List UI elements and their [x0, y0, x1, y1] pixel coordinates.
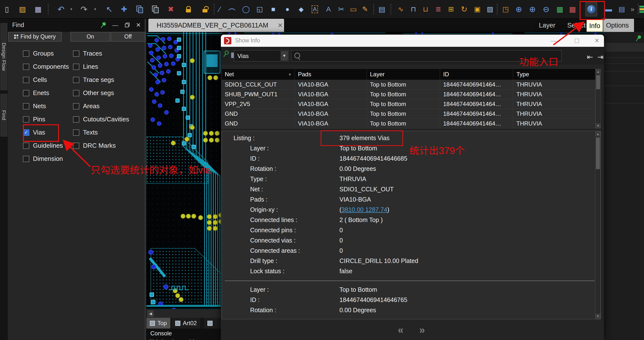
- shape-red-icon[interactable]: ▩: [569, 5, 576, 13]
- checkbox-row-trace-segs[interactable]: Trace segs: [73, 76, 114, 84]
- shape-frame-icon[interactable]: ▭: [350, 5, 357, 13]
- table-cell[interactable]: Top to Bottom: [367, 89, 440, 99]
- route-curve-icon[interactable]: ∿: [398, 6, 404, 13]
- find-by-query-button[interactable]: Find by Query: [8, 32, 62, 41]
- checkbox-row-groups[interactable]: Groups: [23, 50, 54, 57]
- table-cell[interactable]: SHUB_PWM_OUT1: [222, 89, 295, 99]
- checkbox-unchecked[interactable]: [73, 64, 79, 70]
- pad-icon[interactable]: ▣: [474, 6, 480, 13]
- layer-tab-art02[interactable]: Art02: [172, 318, 200, 329]
- checkbox-unchecked[interactable]: [73, 77, 79, 83]
- table-cell[interactable]: VIA10-BGA: [295, 119, 367, 129]
- minimize-icon[interactable]: —: [548, 37, 558, 44]
- hatch-shape-icon[interactable]: ▨: [487, 6, 493, 13]
- measure-icon[interactable]: ✎: [362, 6, 368, 13]
- next-page-button[interactable]: »: [419, 324, 425, 336]
- checkbox-unchecked[interactable]: [73, 116, 79, 123]
- close-icon[interactable]: ✕: [135, 22, 142, 28]
- checkbox-row-lines[interactable]: Lines: [73, 63, 98, 70]
- checkbox-unchecked[interactable]: [23, 50, 29, 57]
- dialog-titlebar[interactable]: Show Info — □ ✕: [221, 35, 604, 47]
- new-file-icon[interactable]: ▯: [5, 5, 9, 13]
- prev-page-button[interactable]: «: [398, 324, 404, 336]
- go-first-icon[interactable]: ⇤: [587, 53, 593, 61]
- scrollbar-thumb[interactable]: [596, 138, 600, 169]
- crop-view-icon[interactable]: ◳: [502, 6, 509, 13]
- add-rectangle-icon[interactable]: ■: [271, 6, 276, 13]
- console-panel[interactable]: Console Pick the element(s) to: [146, 329, 221, 340]
- redo-menu-icon[interactable]: ▾: [94, 7, 96, 11]
- tab-layer[interactable]: Layer: [534, 19, 561, 32]
- table-cell[interactable]: 1844674406941464…: [440, 99, 513, 109]
- scroll-up-icon[interactable]: ▲: [596, 69, 600, 74]
- column-header-net[interactable]: Net▼: [222, 69, 295, 80]
- table-cell[interactable]: 1844674406941464…: [440, 119, 513, 129]
- table-cell[interactable]: 1844674406941464…: [440, 109, 513, 119]
- table-cell[interactable]: VIA10-BGA: [295, 99, 367, 109]
- checkbox-row-cutouts-cavities[interactable]: Cutouts/Cavities: [73, 116, 129, 123]
- route-u-icon[interactable]: ⊓: [411, 6, 416, 13]
- column-header-pads[interactable]: Pads: [295, 69, 367, 80]
- layer-tab-partial[interactable]: [204, 318, 221, 329]
- close-tab-icon[interactable]: ✕: [278, 22, 283, 29]
- redo-icon[interactable]: ↷: [80, 5, 88, 13]
- report-icon[interactable]: ▤: [618, 6, 625, 13]
- add-arc-icon[interactable]: (: [231, 5, 234, 13]
- grid-array-icon[interactable]: ⊞: [448, 6, 454, 13]
- vertical-scrollbar[interactable]: ▲▼: [596, 69, 601, 129]
- pin-icon[interactable]: [635, 35, 642, 43]
- copy-icon[interactable]: [136, 5, 143, 13]
- table-cell[interactable]: Top to Bottom: [367, 99, 440, 109]
- checkbox-unchecked[interactable]: [73, 129, 79, 136]
- zoom-out-icon[interactable]: ⊖: [543, 5, 550, 13]
- checkbox-row-components[interactable]: Components: [23, 63, 69, 70]
- column-header-layer[interactable]: Layer: [367, 69, 440, 80]
- on-button[interactable]: On: [70, 32, 110, 41]
- go-last-icon[interactable]: ⇥: [598, 53, 604, 61]
- undo-icon[interactable]: ↶: [58, 5, 65, 13]
- add-text-icon[interactable]: A: [326, 6, 331, 13]
- checkbox-row-areas[interactable]: Areas: [73, 102, 100, 110]
- layers-icon[interactable]: [639, 5, 644, 13]
- table-cell[interactable]: 1844674406941464…: [440, 89, 513, 99]
- add-circle-icon[interactable]: ◯: [242, 6, 250, 13]
- close-icon[interactable]: ✕: [592, 37, 602, 44]
- table-cell[interactable]: 1844674406941464…: [440, 80, 513, 89]
- checkbox-row-drc-marks[interactable]: DRC Marks: [73, 142, 116, 149]
- table-cell[interactable]: Top to Bottom: [367, 80, 440, 89]
- lock-icon[interactable]: [186, 6, 191, 12]
- scroll-left-icon[interactable]: ◀: [148, 310, 154, 317]
- tab-options[interactable]: Options: [601, 19, 634, 32]
- find-panel-titlebar[interactable]: Find — ✕: [8, 18, 145, 32]
- ruler-icon[interactable]: ▬: [605, 6, 612, 13]
- scroll-down-icon[interactable]: ▼: [596, 314, 600, 319]
- table-cell[interactable]: VIA10-BGA: [295, 80, 367, 89]
- table-cell[interactable]: Top to Bottom: [367, 109, 440, 119]
- tab-document[interactable]: HI3559ADMEB_VER_C_PCB0611AM ✕: [148, 19, 284, 32]
- table-cell[interactable]: THRUVIA: [513, 89, 596, 99]
- more-tools-icon[interactable]: »: [630, 6, 634, 13]
- unlock-icon[interactable]: [202, 6, 208, 12]
- checkbox-row-dimension[interactable]: Dimension: [23, 155, 63, 163]
- ratsnest-icon[interactable]: ≣: [435, 6, 441, 13]
- pointer-icon[interactable]: ↖: [106, 5, 113, 13]
- checkbox-row-guidelines[interactable]: Guidelines: [23, 142, 63, 149]
- vertical-scrollbar[interactable]: ▲▼: [595, 131, 600, 319]
- delete-icon[interactable]: ✖: [168, 5, 174, 13]
- table-cell[interactable]: Top to Bottom: [367, 119, 440, 129]
- checkbox-unchecked[interactable]: [73, 103, 79, 109]
- checkbox-row-cells[interactable]: Cells: [23, 76, 47, 84]
- scrollbar-thumb[interactable]: [596, 75, 600, 89]
- undo-menu-icon[interactable]: ▾: [70, 7, 72, 11]
- table-cell[interactable]: THRUVIA: [513, 119, 596, 129]
- save-icon[interactable]: ▦: [35, 5, 42, 13]
- scroll-down-icon[interactable]: ▼: [596, 123, 600, 128]
- table-cell[interactable]: THRUVIA: [513, 109, 596, 119]
- table-cell[interactable]: GND: [222, 119, 295, 129]
- checkbox-unchecked[interactable]: [73, 90, 79, 96]
- minimize-icon[interactable]: —: [112, 22, 119, 28]
- text-frame-icon[interactable]: A: [312, 5, 318, 13]
- pin-icon[interactable]: [100, 22, 106, 29]
- pin-icon[interactable]: [223, 50, 229, 58]
- cut-icon[interactable]: ✂: [338, 5, 344, 13]
